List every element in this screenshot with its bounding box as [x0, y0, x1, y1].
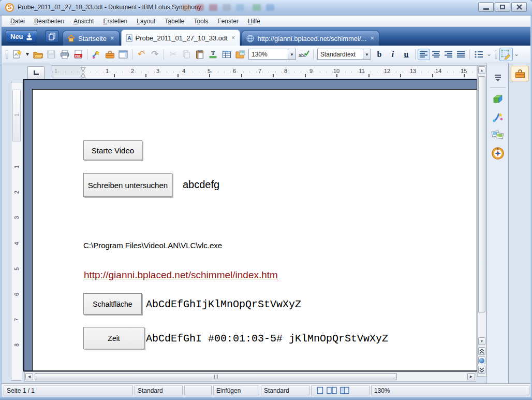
title-bar[interactable]: S Probe_2011_01_27_10_33.odt - Dokument …	[0, 0, 532, 16]
bullet-list-button[interactable]	[472, 48, 485, 61]
two-page-view-icon[interactable]	[327, 387, 337, 394]
status-view-layout-segment	[311, 385, 370, 395]
starte-video-button[interactable]: Starte Video	[83, 140, 142, 160]
sidebar-widgets-button[interactable]	[491, 92, 505, 107]
ruler-number: 8	[13, 342, 20, 348]
toolbox-panel-button[interactable]	[511, 66, 529, 81]
zeit-button[interactable]: Zeit	[83, 327, 144, 349]
undo-button[interactable]: ↶	[135, 48, 148, 61]
single-page-view-icon[interactable]	[317, 387, 323, 394]
format-paintbrush-button[interactable]: T	[206, 48, 220, 61]
zoom-combobox[interactable]: 130% ▾	[248, 49, 296, 60]
open-file-button[interactable]	[31, 48, 45, 61]
document-icon: A	[126, 34, 132, 42]
schimmel-hyperlink[interactable]: http://gianni.bplaced.net/schimmel/index…	[84, 269, 278, 281]
sidebar-clipart-button[interactable]	[491, 110, 505, 124]
menu-layout[interactable]: Layout	[132, 17, 160, 26]
mono-text-1: AbCdEfGhIjKlMnOpQrStVwXyZ	[146, 298, 301, 310]
menu-datei[interactable]: Datei	[6, 17, 29, 26]
align-right-button[interactable]	[442, 49, 455, 60]
tab-type-selector-button[interactable]	[27, 66, 45, 79]
zoom-dropdown-icon[interactable]: ▾	[288, 49, 295, 59]
sidebar-navigator-button[interactable]: N	[491, 146, 505, 161]
minimize-button[interactable]	[478, 2, 494, 12]
toolbox-button[interactable]	[103, 48, 116, 61]
menu-erstellen[interactable]: Erstellen	[98, 17, 132, 26]
horizontal-ruler[interactable]: 1 1 2 3 4 5 6 7 8 9 10 11 12 13 14 15	[52, 65, 477, 78]
menu-fenster[interactable]: Fenster	[213, 17, 243, 26]
vertical-scrollbar[interactable]: ▲ ▼	[477, 65, 486, 377]
paste-button[interactable]	[193, 48, 206, 61]
toolbar-handle[interactable]	[495, 50, 497, 59]
tab-document[interactable]: A Probe_2011_01_27_10_33.odt ×	[121, 30, 241, 46]
status-page-style[interactable]: Standard	[135, 385, 183, 395]
italic-button[interactable]: i	[386, 48, 400, 61]
vertical-scroll-thumb[interactable]	[478, 76, 485, 312]
horizontal-scroll-thumb[interactable]	[35, 373, 397, 380]
tab-startseite[interactable]: Startseite ×	[63, 31, 120, 46]
new-document-icon: A	[12, 49, 22, 60]
horizontal-scrollbar[interactable]: ◀ ▶	[24, 372, 476, 382]
save-button[interactable]	[45, 48, 58, 61]
menu-tools[interactable]: Tools	[189, 17, 213, 26]
align-center-button[interactable]	[430, 49, 442, 60]
tab-close-icon[interactable]: ×	[231, 35, 236, 40]
spellcheck-button[interactable]: abc	[298, 48, 311, 61]
sidebar-menu-button[interactable]	[491, 70, 505, 85]
menu-tabelle[interactable]: Tabelle	[160, 17, 189, 26]
insert-table-button[interactable]	[220, 48, 233, 61]
sidebar-photos-button[interactable]	[491, 127, 505, 142]
restore-button[interactable]	[495, 2, 510, 12]
redo-button[interactable]: ↷	[148, 48, 161, 61]
window-list-button[interactable]	[45, 30, 59, 42]
schreiben-untersuchen-button[interactable]: Schreiben untersuchen	[83, 173, 172, 197]
new-document-caret-icon[interactable]: ▾	[24, 52, 31, 56]
undo-icon: ↶	[138, 50, 145, 59]
tab-close-icon[interactable]: ×	[110, 36, 115, 41]
export-pdf-button[interactable]: PDF	[71, 48, 85, 61]
menu-bearbeiten[interactable]: Bearbeiten	[29, 17, 69, 26]
align-left-button[interactable]	[418, 49, 430, 60]
next-page-button[interactable]	[478, 366, 485, 374]
toolbar-handle[interactable]	[6, 50, 8, 59]
status-insert-mode[interactable]: Einfügen	[213, 385, 259, 395]
copy-button[interactable]	[180, 48, 193, 61]
draw-more-chevron-icon[interactable]: ⌄	[513, 52, 520, 56]
print-button[interactable]	[58, 48, 71, 61]
cut-button[interactable]: ✂	[166, 48, 180, 61]
close-button[interactable]	[511, 2, 527, 12]
indent-marker-icon[interactable]	[80, 67, 86, 78]
new-text-document-button[interactable]: A	[10, 48, 24, 61]
document-view[interactable]: Starte Video Schreiben untersuchen abcde…	[23, 79, 477, 372]
schaltflaeche-button[interactable]: Schaltfläche	[83, 293, 142, 315]
bold-button[interactable]: b	[373, 48, 386, 61]
document-page[interactable]: Starte Video Schreiben untersuchen abcde…	[32, 89, 477, 372]
scroll-left-button[interactable]: ◀	[25, 373, 33, 380]
tab-close-icon[interactable]: ×	[370, 36, 375, 41]
status-zoom[interactable]: 130%	[371, 385, 529, 395]
style-dropdown-icon[interactable]: ▾	[363, 49, 371, 59]
status-selection-mode[interactable]: Standard	[261, 385, 309, 395]
underline-button[interactable]: u	[400, 48, 413, 61]
paragraph-style-combobox[interactable]: Standardtext ▾	[317, 49, 371, 60]
previous-page-button[interactable]	[478, 347, 485, 355]
ruler-number: 7	[256, 68, 263, 74]
drawing-tools-button[interactable]	[499, 48, 513, 61]
more-options-chevron-icon[interactable]: ⌄	[485, 52, 493, 56]
menu-hilfe[interactable]: Hilfe	[243, 17, 265, 26]
scroll-right-button[interactable]: ▶	[467, 373, 475, 380]
scroll-down-button[interactable]: ▼	[478, 337, 485, 345]
navigation-button[interactable]	[478, 356, 485, 364]
ruler-number: 2	[13, 189, 20, 195]
new-document-button[interactable]: Neu	[6, 30, 37, 42]
gallery-button[interactable]	[90, 48, 103, 61]
background-ghost-icon	[182, 4, 190, 11]
menu-ansicht[interactable]: Ansicht	[69, 17, 98, 26]
show-panel-button[interactable]	[116, 48, 130, 61]
insert-graphic-button[interactable]	[233, 48, 247, 61]
align-justify-button[interactable]	[455, 49, 467, 60]
book-view-icon[interactable]	[340, 387, 349, 394]
tab-browser[interactable]: http://gianni.bplaced.net/schimmel/... ×	[242, 31, 379, 46]
vertical-ruler[interactable]: 1 1 2 3 4 5 6 7 8	[11, 82, 22, 381]
scroll-up-button[interactable]: ▲	[478, 66, 485, 74]
